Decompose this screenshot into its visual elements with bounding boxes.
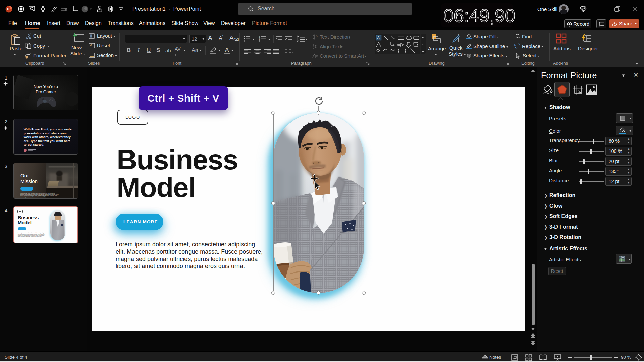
svg-text:1: 1 (259, 36, 260, 38)
svg-text:A: A (316, 34, 318, 38)
svg-text:P: P (7, 7, 9, 11)
svg-text:b: b (514, 44, 516, 47)
svg-text:c: c (518, 46, 519, 49)
svg-text:A: A (377, 36, 380, 40)
svg-text:3: 3 (259, 40, 260, 42)
